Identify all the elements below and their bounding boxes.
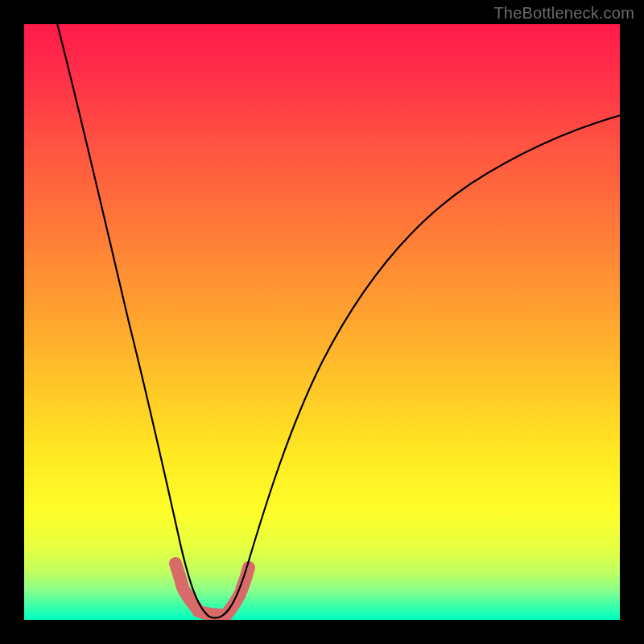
curve-layer — [24, 24, 620, 620]
bottleneck-curve — [53, 24, 620, 618]
chart-frame: TheBottleneck.com — [0, 0, 644, 644]
watermark-text: TheBottleneck.com — [493, 4, 634, 23]
plot-area — [24, 24, 620, 620]
